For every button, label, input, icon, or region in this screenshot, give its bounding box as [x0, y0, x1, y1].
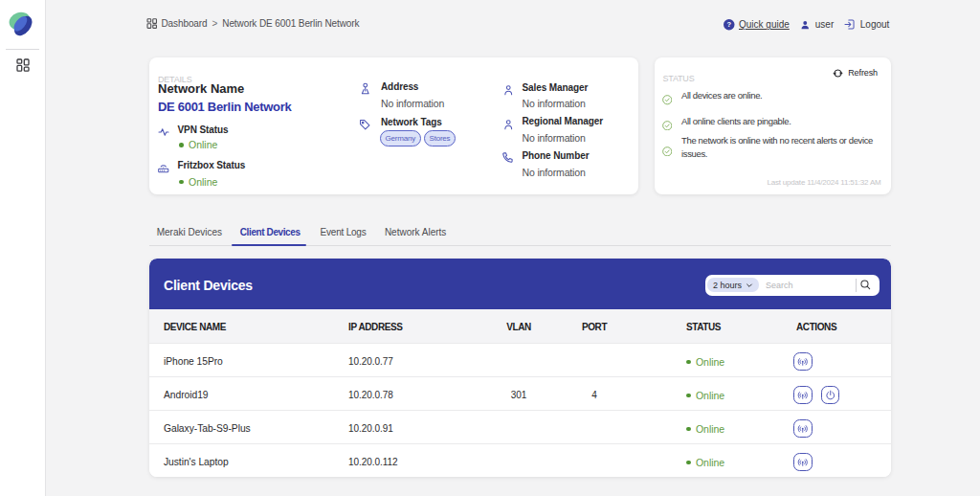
svg-text:?: ?	[726, 20, 731, 29]
